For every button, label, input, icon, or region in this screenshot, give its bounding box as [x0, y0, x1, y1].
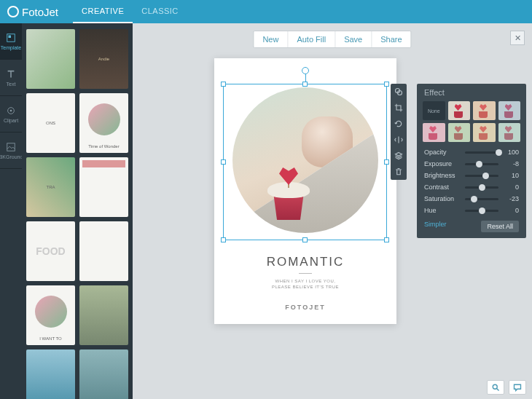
- resize-handle[interactable]: [302, 82, 308, 87]
- effect-preset[interactable]: [473, 123, 496, 142]
- tab-classic[interactable]: CLASSIC: [133, 0, 187, 23]
- logo-icon: [7, 6, 19, 17]
- resize-handle[interactable]: [221, 237, 226, 242]
- mode-tabs: CREATIVE CLASSIC: [73, 0, 187, 23]
- svg-rect-1: [9, 35, 12, 38]
- effect-preset[interactable]: [473, 101, 496, 120]
- slider-track[interactable]: [465, 163, 498, 165]
- effect-preset[interactable]: [448, 101, 471, 120]
- tool-clipart[interactable]: Clipart: [0, 96, 22, 133]
- divider: [299, 273, 312, 274]
- template-thumb[interactable]: Andie: [79, 29, 128, 89]
- slider-track[interactable]: [465, 198, 498, 200]
- slider-exposure[interactable]: Exposure-8: [417, 158, 526, 170]
- slider-track[interactable]: [465, 186, 498, 189]
- svg-point-3: [10, 109, 12, 111]
- object-toolbar: [391, 84, 407, 180]
- resize-handle[interactable]: [384, 237, 389, 242]
- share-button[interactable]: Share: [372, 31, 410, 47]
- template-panel[interactable]: Andie ONS Time of Wonder TRA FOOD I WANT…: [22, 23, 133, 399]
- poster-subtitle[interactable]: WHEN I SAY I LOVE YOU,PLEASE BELIEVE IT'…: [214, 278, 396, 291]
- effects-icon[interactable]: [391, 84, 407, 100]
- svg-rect-4: [7, 143, 15, 151]
- tool-text[interactable]: Text: [0, 60, 22, 96]
- action-bar: New Auto Fill Save Share: [253, 31, 411, 48]
- flip-icon[interactable]: [391, 132, 407, 148]
- slider-knob[interactable]: [479, 208, 485, 214]
- resize-handle[interactable]: [302, 237, 308, 242]
- new-button[interactable]: New: [254, 31, 288, 47]
- rotate-handle[interactable]: [302, 67, 309, 74]
- autofill-button[interactable]: Auto Fill: [288, 31, 335, 47]
- template-thumb[interactable]: TRA: [26, 157, 75, 217]
- top-bar: FotoJet CREATIVE CLASSIC: [0, 0, 532, 23]
- slider-track[interactable]: [465, 210, 498, 212]
- effect-panel-title: Effect: [417, 84, 526, 101]
- save-button[interactable]: Save: [335, 31, 372, 47]
- close-button[interactable]: ✕: [510, 31, 525, 45]
- template-thumb[interactable]: I WANT TO: [26, 285, 75, 345]
- crop-icon[interactable]: [391, 100, 407, 116]
- effect-presets: None: [417, 101, 526, 146]
- feedback-icon[interactable]: [509, 380, 526, 395]
- resize-handle[interactable]: [384, 159, 389, 165]
- effect-preset[interactable]: [448, 123, 471, 142]
- effect-preset[interactable]: [498, 123, 521, 142]
- slider-hue[interactable]: Hue0: [417, 205, 526, 216]
- slider-knob[interactable]: [479, 184, 485, 191]
- template-thumb[interactable]: [79, 157, 128, 217]
- simpler-toggle[interactable]: Simpler: [424, 221, 447, 232]
- slider-brightness[interactable]: Brightness10: [417, 170, 526, 181]
- tool-tabs: Template Text Clipart BKGround: [0, 23, 22, 399]
- template-thumb[interactable]: [79, 349, 128, 399]
- slider-contrast[interactable]: Contrast0: [417, 181, 526, 193]
- effect-none[interactable]: None: [423, 101, 445, 120]
- canvas-area[interactable]: New Auto Fill Save Share ✕ ROMANTIC WHEN…: [133, 23, 532, 399]
- zoom-icon[interactable]: [487, 380, 504, 395]
- reset-all-button[interactable]: Reset All: [481, 221, 519, 232]
- layer-icon[interactable]: [391, 148, 407, 164]
- tool-bkground[interactable]: BKGround: [0, 133, 22, 169]
- slider-knob[interactable]: [471, 196, 477, 202]
- slider-knob[interactable]: [482, 173, 489, 179]
- template-thumb[interactable]: [79, 221, 128, 281]
- template-thumb[interactable]: Time of Wonder: [79, 93, 128, 153]
- slider-track[interactable]: [465, 151, 498, 154]
- template-thumb[interactable]: [26, 349, 75, 399]
- slider-opacity[interactable]: Opacity100: [417, 146, 526, 158]
- template-thumb[interactable]: ONS: [26, 93, 75, 153]
- footer-icons: [487, 380, 526, 395]
- delete-icon[interactable]: [391, 164, 407, 180]
- poster-brand[interactable]: FOTOJET: [214, 304, 396, 311]
- slider-knob[interactable]: [496, 149, 502, 156]
- app-logo[interactable]: FotoJet: [7, 6, 58, 18]
- poster-title[interactable]: ROMANTIC: [214, 255, 396, 269]
- resize-handle[interactable]: [221, 159, 226, 165]
- slider-knob[interactable]: [476, 161, 482, 167]
- resize-handle[interactable]: [384, 82, 389, 87]
- effect-preset[interactable]: [423, 123, 445, 142]
- svg-point-7: [493, 384, 497, 389]
- app-name: FotoJet: [22, 6, 58, 18]
- effect-panel: Effect None Opacity100Exposure-8Brightne…: [417, 84, 526, 238]
- tab-creative[interactable]: CREATIVE: [73, 0, 133, 23]
- rotate-icon[interactable]: [391, 116, 407, 132]
- tool-template[interactable]: Template: [0, 23, 22, 60]
- slider-saturation[interactable]: Saturation-23: [417, 193, 526, 205]
- template-thumb[interactable]: [26, 29, 75, 89]
- template-thumb[interactable]: FOOD: [26, 221, 75, 281]
- selection-box[interactable]: [223, 84, 387, 240]
- effect-preset[interactable]: [498, 101, 521, 120]
- resize-handle[interactable]: [221, 82, 226, 87]
- slider-track[interactable]: [465, 175, 498, 177]
- template-thumb[interactable]: [79, 285, 128, 345]
